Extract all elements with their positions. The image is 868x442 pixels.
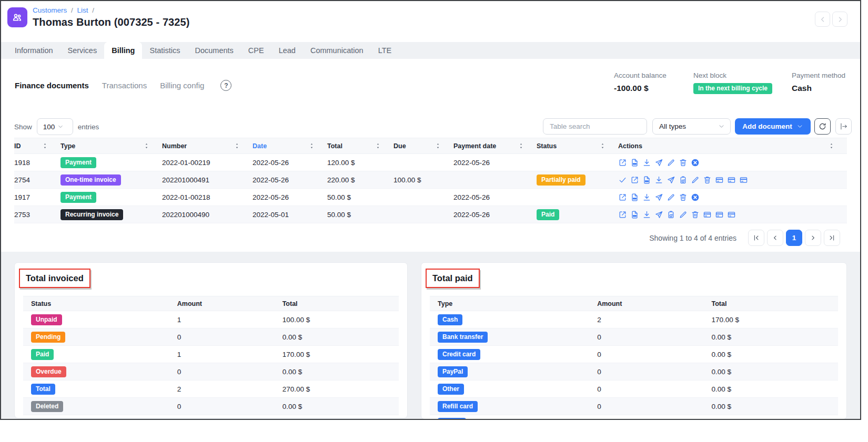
refund-icon[interactable] [679, 176, 688, 184]
cell-id: 1917 [14, 189, 60, 206]
sort-icon [374, 142, 382, 150]
delete-icon[interactable] [691, 210, 700, 219]
payment-type-badge: Other [438, 384, 464, 395]
payment-method-label: Payment method [792, 71, 845, 79]
column-header-total[interactable]: Total [327, 138, 393, 154]
send-icon[interactable] [654, 193, 663, 202]
account-balance-block: Account balance -100.00 $ [614, 71, 667, 93]
page-size-select[interactable]: 100 [37, 118, 73, 135]
credit-card-icon[interactable] [727, 176, 736, 184]
credit-card-icon[interactable] [715, 176, 724, 184]
help-icon[interactable]: ? [220, 80, 231, 91]
breadcrumb-customers[interactable]: Customers [33, 6, 67, 14]
column-header-date[interactable]: Date [253, 138, 327, 154]
column-header-payment-date[interactable]: Payment date [453, 138, 537, 154]
tab-services[interactable]: Services [60, 42, 105, 59]
refresh-button[interactable] [814, 118, 831, 135]
pagination-summary: Showing 1 to 4 of 4 entries [649, 234, 736, 242]
cell-id: 1918 [14, 154, 60, 171]
cell-due [393, 206, 453, 223]
next-page-icon [809, 234, 817, 242]
credit-card-icon[interactable] [715, 210, 724, 219]
tab-billing[interactable]: Billing [104, 42, 142, 59]
credit-card-icon[interactable] [739, 176, 748, 184]
delete-icon[interactable] [703, 176, 712, 184]
tab-lead[interactable]: Lead [271, 42, 303, 59]
tab-lte[interactable]: LTE [371, 42, 399, 59]
type-badge: One-time invoice [60, 174, 121, 186]
pdf-file-icon[interactable] [642, 176, 651, 184]
subnav-billing-config[interactable]: Billing config [160, 81, 204, 90]
tab-cpe[interactable]: CPE [241, 42, 271, 59]
add-document-label: Add document [742, 122, 792, 130]
send-icon[interactable] [654, 210, 663, 219]
column-header-actions[interactable]: Actions [618, 138, 847, 154]
next-page-button[interactable] [805, 230, 821, 246]
download-icon[interactable] [654, 176, 663, 184]
send-icon[interactable] [667, 176, 675, 184]
tab-statistics[interactable]: Statistics [142, 42, 187, 59]
edit-icon[interactable] [691, 176, 700, 184]
page-number-button[interactable]: 1 [786, 230, 802, 246]
sort-icon [434, 142, 442, 150]
prev-customer-button[interactable] [815, 12, 830, 27]
edit-icon[interactable] [667, 193, 675, 202]
account-balance-label: Account balance [614, 71, 667, 79]
send-icon[interactable] [654, 158, 663, 167]
delete-icon[interactable] [679, 193, 688, 202]
refresh-icon [818, 122, 827, 131]
page-size-value: 100 [43, 123, 55, 131]
open-external-icon[interactable] [618, 193, 627, 202]
page-title: Thomas Burton (007325 - 7325) [33, 16, 190, 28]
open-external-icon[interactable] [618, 158, 627, 167]
edit-icon[interactable] [667, 158, 675, 167]
cell-due [393, 189, 453, 206]
next-customer-button[interactable] [832, 12, 847, 27]
column-header-type[interactable]: Type [60, 138, 162, 154]
cancel-icon[interactable] [691, 158, 700, 167]
add-document-button[interactable]: Add document [735, 118, 811, 135]
last-page-button[interactable] [824, 230, 840, 246]
table-row: 1917 Payment 2022-01-00218 2022-05-26 50… [14, 189, 847, 206]
open-external-icon[interactable] [618, 210, 627, 219]
tab-information[interactable]: Information [7, 42, 60, 59]
breadcrumb-list[interactable]: List [77, 6, 88, 14]
download-icon[interactable] [642, 193, 651, 202]
next-block-label: Next block [693, 71, 772, 79]
refund-icon[interactable] [667, 210, 675, 219]
cell-due: 100.00 $ [393, 171, 453, 189]
export-button[interactable] [835, 118, 852, 135]
type-filter-select[interactable]: All types [652, 118, 731, 135]
download-icon[interactable] [642, 158, 651, 167]
table-search-input[interactable] [543, 122, 646, 130]
tab-communication[interactable]: Communication [303, 42, 371, 59]
subnav-transactions[interactable]: Transactions [102, 81, 147, 90]
first-page-button[interactable] [748, 230, 764, 246]
approve-icon[interactable] [618, 176, 627, 184]
tab-documents[interactable]: Documents [187, 42, 240, 59]
column-header-status[interactable]: Status [537, 138, 618, 154]
credit-card-icon[interactable] [727, 210, 736, 219]
type-badge: Payment [60, 157, 96, 168]
edit-icon[interactable] [679, 210, 688, 219]
open-external-icon[interactable] [630, 176, 639, 184]
status-badge: Pending [31, 332, 65, 343]
pdf-file-icon[interactable] [630, 158, 639, 167]
download-icon[interactable] [642, 210, 651, 219]
chevron-down-icon [718, 123, 725, 130]
column-header-due[interactable]: Due [393, 138, 453, 154]
pdf-file-icon[interactable] [630, 210, 639, 219]
cancel-icon[interactable] [691, 193, 700, 202]
delete-icon[interactable] [679, 158, 688, 167]
column-header-number[interactable]: Number [162, 138, 253, 154]
payment-method-value: Cash [792, 84, 845, 93]
table-row-partial [430, 415, 838, 419]
prev-page-button[interactable] [767, 230, 783, 246]
sort-icon [599, 142, 607, 150]
credit-card-icon[interactable] [703, 210, 712, 219]
sort-icon [233, 142, 241, 150]
pdf-file-icon[interactable] [630, 193, 639, 202]
column-header-id[interactable]: ID [14, 138, 60, 154]
cell-payment-date: 2022-05-26 [453, 206, 537, 223]
subnav-finance-documents[interactable]: Finance documents [15, 81, 89, 90]
